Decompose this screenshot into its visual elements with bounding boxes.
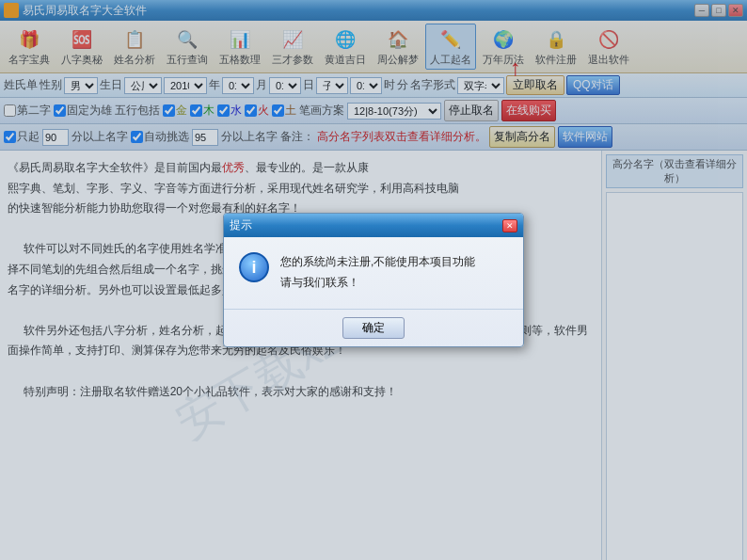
dialog-message-line2: 请与我们联系！ (280, 273, 475, 294)
dialog-ok-button[interactable]: 确定 (342, 317, 405, 339)
dialog-overlay: 提示 ✕ i 您的系统尚未注册,不能使用本项目功能 请与我们联系！ 确定 (0, 0, 747, 560)
dialog-message-line1: 您的系统尚未注册,不能使用本项目功能 (280, 252, 475, 273)
dialog-info-icon: i (239, 252, 269, 282)
dialog-title-bar: 提示 ✕ (224, 214, 523, 237)
dialog-message: 您的系统尚未注册,不能使用本项目功能 请与我们联系！ (280, 252, 475, 293)
dialog-footer: 确定 (224, 309, 523, 346)
dialog-close-button[interactable]: ✕ (502, 219, 517, 232)
dialog: 提示 ✕ i 您的系统尚未注册,不能使用本项目功能 请与我们联系！ 确定 (223, 213, 524, 346)
dialog-title: 提示 (230, 217, 252, 233)
dialog-body: i 您的系统尚未注册,不能使用本项目功能 请与我们联系！ (224, 237, 523, 308)
